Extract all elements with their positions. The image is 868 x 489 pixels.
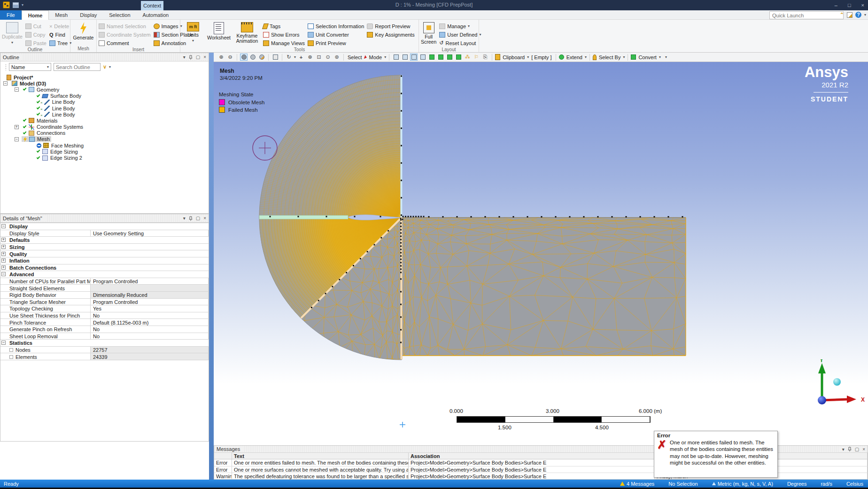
tab-home[interactable]: Home	[22, 10, 49, 20]
toolbar-drag-handle[interactable]	[5, 64, 7, 70]
find-button[interactable]: QFind	[49, 31, 71, 38]
details-property-row[interactable]: Rigid Body BehaviorDimensionally Reduced	[0, 292, 209, 299]
float-icon[interactable]: ▢	[196, 54, 200, 60]
minimize-button[interactable]: –	[835, 2, 837, 8]
close-panel-icon[interactable]: ×	[203, 216, 206, 221]
status-angular-velocity[interactable]: rad/s	[821, 481, 832, 487]
checkbox[interactable]	[9, 355, 13, 359]
manage-button[interactable]: Manage▾	[439, 23, 481, 30]
worksheet-button[interactable]: Worksheet	[207, 21, 231, 47]
property-value[interactable]: No	[91, 333, 209, 340]
select-cursor-icon[interactable]	[364, 55, 367, 59]
tree-item-line-body[interactable]: ×Line Body	[0, 111, 209, 117]
show-errors-button[interactable]: Show Errors	[263, 31, 305, 38]
property-value[interactable]: 24339	[91, 353, 209, 360]
feedback-icon[interactable]	[847, 12, 852, 18]
tab-automation[interactable]: Automation	[137, 10, 175, 20]
float-icon[interactable]: ▢	[196, 216, 200, 221]
tree-item-project-[interactable]: Project*	[0, 74, 209, 80]
expander-icon[interactable]: +	[15, 125, 19, 129]
rotate-icon[interactable]: ↻	[285, 54, 293, 61]
select-by-dropdown[interactable]: Select By	[598, 54, 621, 60]
tags-button[interactable]: Tags	[263, 23, 305, 30]
zoom-icon[interactable]: ⊕	[306, 54, 314, 61]
box-zoom-icon[interactable]: ⊡	[315, 54, 323, 61]
details-property-row[interactable]: Triangle Surface MesherProgram Controlle…	[0, 299, 209, 306]
pin-icon[interactable]	[848, 447, 852, 451]
details-section-row[interactable]: +Batch Connections	[0, 264, 209, 272]
named-selection-button[interactable]: Named Selection	[99, 23, 151, 30]
selection-information-button[interactable]: Selection Information	[308, 23, 364, 30]
close-panel-icon[interactable]: ×	[203, 54, 206, 60]
key-assignments-button[interactable]: Key Assignments	[367, 31, 414, 38]
close-button[interactable]: ×	[861, 2, 864, 8]
previous-view-icon[interactable]: ⊛	[333, 54, 341, 61]
toolbar-overflow-icon[interactable]: ▾	[665, 55, 667, 59]
isometric-ball[interactable]	[833, 378, 841, 386]
print-preview-button[interactable]: Print Preview	[308, 39, 364, 47]
details-property-row[interactable]: Number of CPUs for Parallel Part Meshing…	[0, 278, 209, 285]
pin-icon[interactable]	[189, 216, 193, 221]
copy-view-icon[interactable]	[271, 54, 279, 61]
property-value[interactable]: Program Controlled	[91, 299, 209, 305]
property-value[interactable]	[91, 285, 209, 291]
details-section-row[interactable]: −Display	[0, 223, 209, 230]
expander-icon[interactable]: −	[15, 137, 19, 141]
select-vertex-icon[interactable]	[392, 54, 400, 61]
details-section-row[interactable]: −Advanced	[0, 271, 209, 278]
extend-dropdown[interactable]: Extend	[566, 54, 583, 60]
float-icon[interactable]: ▢	[855, 447, 859, 452]
shaded-exterior-edges-icon[interactable]	[240, 54, 248, 61]
units-button[interactable]: m ft Units ▾	[182, 21, 204, 47]
generate-mesh-button[interactable]: Generate	[73, 21, 94, 46]
quick-launch-input[interactable]	[769, 11, 844, 19]
tree-button[interactable]: Tree▾	[49, 39, 71, 47]
property-value[interactable]: Default (8.1125e-003 m)	[91, 319, 209, 326]
tree-item-edge-sizing-2[interactable]: Edge Sizing 2	[0, 155, 209, 161]
maximize-button[interactable]: □	[848, 2, 851, 8]
details-property-row[interactable]: Elements24339	[0, 353, 209, 360]
close-panel-icon[interactable]: ×	[862, 447, 865, 452]
tree-item-model-d3-[interactable]: −Model (D3)	[0, 80, 209, 86]
collapse-ribbon-icon[interactable]: ⌃	[840, 12, 844, 18]
duplicate-button[interactable]: Duplicate ▾	[2, 21, 23, 47]
convert-dropdown[interactable]: Convert	[637, 54, 658, 60]
help-icon[interactable]: ?	[855, 12, 861, 18]
manage-views-button[interactable]: Manage Views	[263, 39, 305, 47]
cut-button[interactable]: Cut	[25, 23, 46, 30]
panel-menu-icon[interactable]: ▾	[842, 447, 845, 452]
tree-item-coordinate-systems[interactable]: +Coordinate Systems	[0, 124, 209, 130]
expander-icon[interactable]: +	[1, 238, 6, 242]
flood-select-icon[interactable]	[455, 54, 462, 61]
wireframe-icon[interactable]	[258, 54, 265, 61]
expander-icon[interactable]: +	[1, 258, 6, 263]
expander-icon[interactable]: −	[1, 272, 6, 276]
column-association[interactable]: Association	[409, 453, 655, 459]
details-property-row[interactable]: Pinch ToleranceDefault (8.1125e-003 m)	[0, 319, 209, 326]
details-property-row[interactable]: Sheet Loop RemovalNo	[0, 333, 209, 340]
unit-converter-button[interactable]: Unit Converter	[308, 31, 364, 38]
zoom-in-icon[interactable]: ⊕	[217, 54, 225, 61]
user-defined-button[interactable]: User Defined▾	[439, 31, 481, 38]
property-value[interactable]: Dimensionally Reduced	[91, 292, 209, 298]
select-edge-icon[interactable]	[401, 54, 409, 61]
copy-button[interactable]: Copy	[25, 31, 46, 38]
paste-button[interactable]: Paste	[25, 39, 46, 47]
report-preview-button[interactable]: Report Preview	[367, 23, 414, 30]
zoom-out-icon[interactable]: ⊖	[226, 54, 234, 61]
details-section-row[interactable]: +Quality	[0, 250, 209, 257]
property-value[interactable]: No	[91, 326, 209, 333]
tab-display[interactable]: Display	[74, 10, 103, 20]
column-text[interactable]: Text	[232, 453, 409, 459]
tree-item-line-body[interactable]: ×Line Body	[0, 105, 209, 111]
clipboard-icon[interactable]	[495, 54, 500, 60]
keyframe-animation-button[interactable]: Keyframe Animation	[234, 21, 260, 47]
status-temperature[interactable]: Celsius	[846, 481, 863, 487]
tree-item-connections[interactable]: Connections	[0, 130, 209, 136]
select-face-icon[interactable]	[410, 54, 418, 61]
select-by-icon[interactable]	[593, 54, 597, 60]
status-units[interactable]: Metric (m, kg, N, s, V, A)	[712, 481, 773, 487]
delete-button[interactable]: ×Delete	[49, 23, 71, 30]
expander-icon[interactable]: +	[1, 245, 6, 249]
status-messages[interactable]: 4 Messages	[620, 481, 654, 487]
